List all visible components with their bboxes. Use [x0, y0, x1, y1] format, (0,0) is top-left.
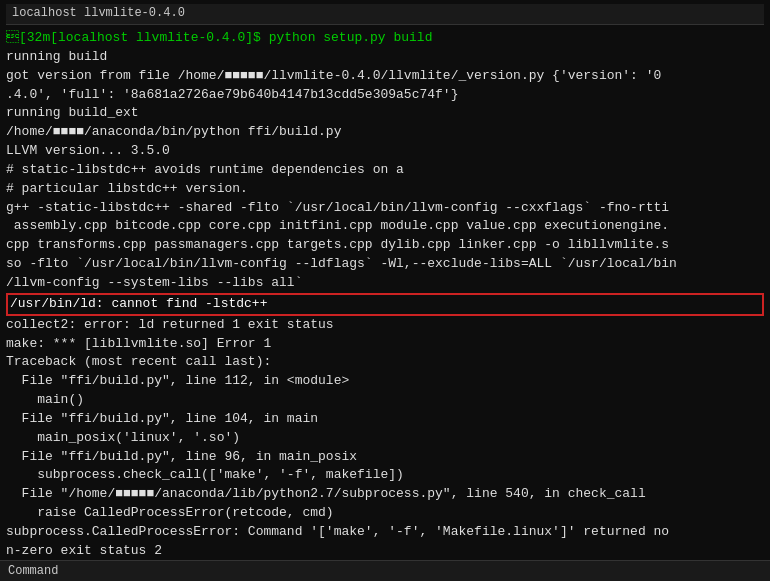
bottom-bar: Command	[0, 560, 770, 581]
line-4: running build_ext	[6, 104, 764, 123]
line-16: make: *** [libllvmlite.so] Error 1	[6, 335, 764, 354]
prompt-line: [32m[localhost llvmlite-0.4.0]$ python …	[6, 29, 764, 48]
line-18: File "ffi/build.py", line 112, in <modul…	[6, 372, 764, 391]
line-9: g++ -static-libstdc++ -shared -flto `/us…	[6, 199, 764, 218]
line-6: LLVM version... 3.5.0	[6, 142, 764, 161]
line-11: cpp transforms.cpp passmanagers.cpp targ…	[6, 236, 764, 255]
line-17: Traceback (most recent call last):	[6, 353, 764, 372]
line-8: # particular libstdc++ version.	[6, 180, 764, 199]
line-7: # static-libstdc++ avoids runtime depend…	[6, 161, 764, 180]
line-24: File "/home/■■■■■/anaconda/lib/python2.7…	[6, 485, 764, 504]
line-15: collect2: error: ld returned 1 exit stat…	[6, 316, 764, 335]
terminal: localhost llvmlite-0.4.0 [32m[localhost…	[0, 0, 770, 581]
line-21: main_posix('linux', '.so')	[6, 429, 764, 448]
line-20: File "ffi/build.py", line 104, in main	[6, 410, 764, 429]
line-5: /home/■■■■/anaconda/bin/python ffi/build…	[6, 123, 764, 142]
line-12: so -flto `/usr/local/bin/llvm-config --l…	[6, 255, 764, 274]
line-27: n-zero exit status 2	[6, 542, 764, 561]
title-text: localhost llvmlite-0.4.0	[12, 6, 185, 20]
line-13: /llvm-config --system-libs --libs all`	[6, 274, 764, 293]
line-26: subprocess.CalledProcessError: Command '…	[6, 523, 764, 542]
line-3: .4.0', 'full': '8a681a2726ae79b640b4147b…	[6, 86, 764, 105]
line-23: subprocess.check_call(['make', '-f', mak…	[6, 466, 764, 485]
error-line: /usr/bin/ld: cannot find -lstdc++	[6, 293, 764, 316]
line-25: raise CalledProcessError(retcode, cmd)	[6, 504, 764, 523]
line-22: File "ffi/build.py", line 96, in main_po…	[6, 448, 764, 467]
line-19: main()	[6, 391, 764, 410]
command-label: Command	[8, 564, 58, 578]
line-2: got version from file /home/■■■■■/llvmli…	[6, 67, 764, 86]
line-1: running build	[6, 48, 764, 67]
title-bar: localhost llvmlite-0.4.0	[6, 4, 764, 25]
line-10: assembly.cpp bitcode.cpp core.cpp initfi…	[6, 217, 764, 236]
